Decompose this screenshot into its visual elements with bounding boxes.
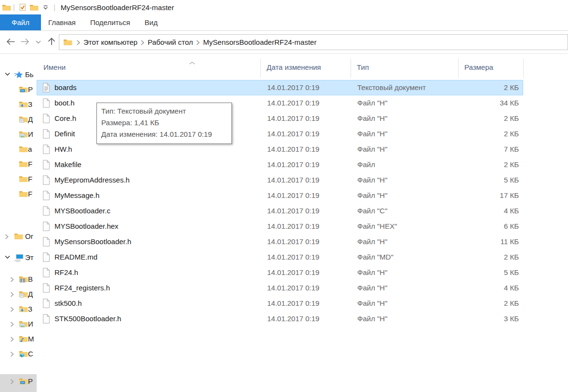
file-row-boards[interactable]: boards14.01.2017 0:19Текстовый документ2… — [37, 80, 523, 95]
sidebar-item-this-pc-child[interactable]: З — [0, 302, 37, 317]
sidebar-item-this-pc-child[interactable]: М — [0, 332, 37, 347]
folder-documents-icon — [19, 116, 28, 123]
chevron-right-icon[interactable] — [5, 234, 9, 239]
sidebar-item-quick-access[interactable]: Бь — [0, 67, 37, 82]
chevron-right-icon[interactable] — [10, 277, 14, 282]
up-arrow-icon[interactable] — [47, 37, 56, 46]
breadcrumb-chevron-icon[interactable] — [141, 40, 144, 45]
chevron-right-icon[interactable] — [10, 307, 14, 312]
breadcrumb-chevron-icon[interactable] — [196, 40, 200, 45]
breadcrumb-chevron-icon[interactable] — [77, 40, 80, 45]
breadcrumb-item[interactable]: MySensorsBootloaderRF24-master — [203, 38, 316, 46]
file-name: MYSBootloader.hex — [54, 222, 119, 230]
breadcrumb-item[interactable]: Этот компьютер — [83, 38, 137, 46]
folder-plain-icon — [19, 190, 28, 197]
file-name: MySensorsBootloader.h — [54, 237, 131, 246]
sidebar-item-quick-access-child[interactable]: F — [0, 187, 37, 202]
properties-check-icon[interactable] — [17, 2, 28, 13]
column-divider[interactable] — [523, 59, 524, 78]
sidebar-item-onedrive[interactable]: Or — [0, 229, 37, 244]
file-name: boot.h — [54, 99, 75, 107]
file-name: README.md — [54, 253, 97, 261]
file-row-Makefile[interactable]: Makefile14.01.2017 0:19Файл2 КБ — [37, 157, 523, 172]
sidebar-item-quick-access-child[interactable]: Д — [0, 112, 37, 127]
sidebar-item-quick-access-child[interactable]: F — [0, 157, 37, 172]
forward-arrow-icon[interactable] — [20, 38, 30, 46]
sidebar-item-this-pc-child[interactable]: Р — [0, 374, 37, 392]
chevron-right-icon[interactable] — [10, 379, 14, 384]
file-name: MYSBootloader.c — [54, 207, 110, 215]
qat-dropdown-icon[interactable] — [41, 2, 51, 13]
file-date-modified: 14.01.2017 0:19 — [267, 299, 319, 307]
file-name: MyEepromAddresses.h — [54, 176, 130, 184]
column-header-size[interactable]: Размера — [464, 63, 493, 71]
file-size: 5 КБ — [465, 176, 519, 184]
file-row-STK500Bootloader.h[interactable]: STK500Bootloader.h14.01.2017 0:19Файл "H… — [37, 311, 523, 327]
file-date-modified: 14.01.2017 0:19 — [267, 130, 319, 138]
file-size: 2 КБ — [465, 130, 519, 138]
file-name: Core.h — [54, 114, 76, 122]
column-header-date-modified[interactable]: Дата изменения — [267, 63, 321, 71]
file-row-MyMessage.h[interactable]: MyMessage.h14.01.2017 0:19Файл "H"17 КБ — [37, 188, 523, 203]
file-date-modified: 14.01.2017 0:19 — [267, 284, 319, 292]
file-size: 4 КБ — [465, 207, 519, 215]
column-divider[interactable] — [260, 59, 261, 78]
file-name: Definit — [54, 130, 75, 138]
sidebar-item-quick-access-child[interactable]: а — [0, 142, 37, 157]
sidebar-item-quick-access-child[interactable]: И — [0, 127, 37, 142]
column-divider[interactable] — [351, 59, 351, 78]
tab-Главная[interactable]: Главная — [41, 14, 83, 30]
sidebar-item-this-pc-child[interactable]: С — [0, 347, 37, 362]
new-folder-icon[interactable] — [29, 2, 40, 13]
recent-locations-chevron-icon[interactable] — [36, 40, 41, 44]
file-row-MySensorsBootloader.h[interactable]: MySensorsBootloader.h14.01.2017 0:19Файл… — [37, 234, 523, 249]
blank-file-icon — [42, 268, 50, 277]
folder-videos-icon — [19, 275, 28, 283]
sidebar-item-this-pc-child[interactable]: Д — [0, 287, 37, 302]
file-row-RF24.h[interactable]: RF24.h14.01.2017 0:19Файл "H"5 КБ — [37, 265, 523, 280]
sidebar-item-this-pc-child[interactable]: И — [0, 317, 37, 332]
file-row-MyEepromAddresses.h[interactable]: MyEepromAddresses.h14.01.2017 0:19Файл "… — [37, 172, 523, 188]
folder-plain-icon — [19, 175, 28, 183]
sidebar-item-label: В — [28, 275, 33, 283]
sidebar-item-quick-access-child[interactable]: Р — [0, 82, 37, 97]
chevron-right-icon[interactable] — [10, 352, 14, 357]
file-type: Файл "H" — [357, 114, 388, 122]
sidebar-item-label: И — [28, 130, 33, 138]
navigation-pane: БьРЗДИаFFFOrЭтВДЗИМСР — [0, 54, 37, 392]
sidebar-item-quick-access-child[interactable]: З — [0, 97, 37, 112]
file-size: 3 КБ — [465, 314, 519, 323]
chevron-right-icon[interactable] — [10, 322, 14, 327]
column-header-type[interactable]: Тип — [357, 63, 369, 71]
tab-Поделиться[interactable]: Поделиться — [83, 14, 137, 30]
file-row-MYSBootloader.c[interactable]: MYSBootloader.c14.01.2017 0:19Файл "C"4 … — [37, 203, 523, 219]
tab-Файл[interactable]: Файл — [0, 14, 41, 30]
chevron-right-icon[interactable] — [10, 292, 14, 297]
tab-Вид[interactable]: Вид — [137, 14, 165, 30]
folder-plain-icon — [14, 233, 23, 240]
sidebar-item-label: F — [28, 160, 32, 168]
file-row-MYSBootloader.hex[interactable]: MYSBootloader.hex14.01.2017 0:19Файл "HE… — [37, 219, 523, 234]
chevron-down-icon[interactable] — [5, 255, 10, 259]
column-divider[interactable] — [458, 59, 459, 78]
sidebar-item-quick-access-child[interactable]: F — [0, 172, 37, 187]
blank-file-icon — [42, 98, 50, 108]
sidebar-item-this-pc-child[interactable]: В — [0, 272, 37, 287]
sidebar-item-label: Эт — [25, 253, 34, 261]
file-date-modified: 14.01.2017 0:19 — [267, 114, 319, 122]
back-arrow-icon[interactable] — [6, 38, 15, 46]
file-row-stk500.h[interactable]: stk500.h14.01.2017 0:19Файл "H"2 КБ — [37, 296, 523, 311]
file-row-README.md[interactable]: README.md14.01.2017 0:19Файл "MD"2 КБ — [37, 249, 523, 265]
breadcrumb-item[interactable]: Рабочий стол — [148, 38, 193, 46]
sidebar-item-this-pc[interactable]: Эт — [0, 250, 37, 265]
chevron-down-icon[interactable] — [5, 72, 10, 76]
file-date-modified: 14.01.2017 0:19 — [267, 160, 319, 169]
file-row-RF24_registers.h[interactable]: RF24_registers.h14.01.2017 0:19Файл "H"4… — [37, 280, 523, 296]
blank-file-icon — [42, 222, 50, 231]
address-box[interactable]: Этот компьютерРабочий столMySensorsBootl… — [59, 34, 568, 50]
column-header-name[interactable]: Имени — [43, 63, 66, 71]
blank-file-icon — [42, 237, 50, 247]
chevron-right-icon[interactable] — [10, 337, 14, 342]
blank-file-icon — [42, 283, 50, 293]
sidebar-item-label: М — [28, 335, 34, 343]
